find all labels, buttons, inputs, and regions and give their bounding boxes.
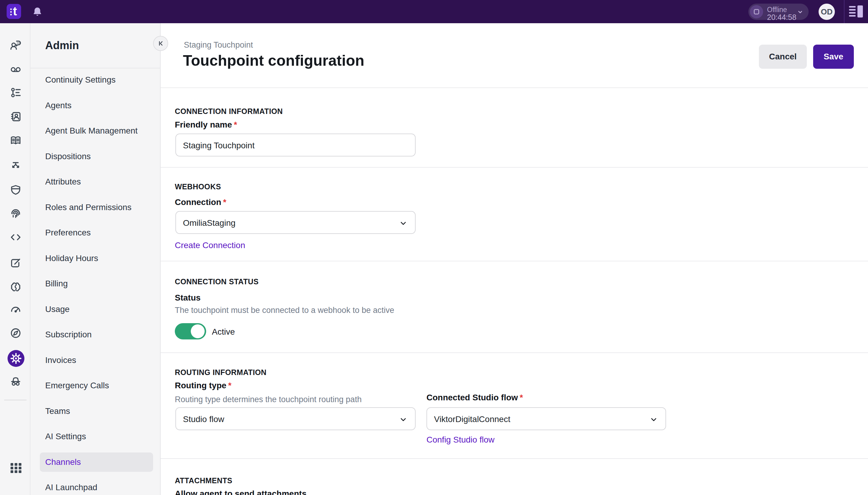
app-root: t Offline 20:44:58 OD [0, 0, 868, 495]
required-marker: * [520, 393, 523, 402]
sidebar-item-emergency-calls[interactable]: Emergency Calls [31, 373, 161, 398]
section-divider [161, 261, 868, 261]
chevron-down-icon [796, 8, 804, 17]
routing-type-label: Routing type* [175, 381, 231, 390]
breadcrumb: Staging Touchpoint [184, 40, 253, 50]
required-marker: * [234, 120, 237, 129]
side-panel-toggle-icon[interactable] [849, 5, 863, 19]
sidebar-menu: Continuity Settings Agents Agent Bulk Ma… [31, 67, 161, 495]
sidebar-item-holiday-hours[interactable]: Holiday Hours [31, 246, 161, 271]
logo-letter: t [13, 4, 17, 18]
topbar-divider [844, 0, 845, 23]
friendly-name-input[interactable]: Staging Touchpoint [175, 134, 416, 156]
workflow-list-icon[interactable] [9, 86, 22, 99]
sidebar-item-roles-and-permissions[interactable]: Roles and Permissions [31, 195, 161, 220]
sidebar-item-agent-bulk-management[interactable]: Agent Bulk Management [31, 118, 161, 144]
required-marker: * [223, 198, 226, 207]
agent-status-selector[interactable]: Offline 20:44:58 [748, 4, 809, 20]
save-button[interactable]: Save [813, 45, 854, 69]
chevron-down-icon [649, 415, 658, 425]
rail-divider [4, 400, 27, 400]
connected-studio-flow-select[interactable]: ViktorDigitalConnect [427, 407, 666, 430]
section-title-routing-information: ROUTING INFORMATION [175, 368, 266, 377]
knowledge-base-icon[interactable] [9, 134, 22, 147]
routing-type-value: Studio flow [183, 414, 224, 424]
compose-icon[interactable] [9, 257, 22, 270]
create-connection-link[interactable]: Create Connection [175, 241, 245, 250]
toggle-state-label: Active [212, 327, 235, 337]
developer-code-icon[interactable] [9, 231, 22, 243]
section-divider [161, 353, 868, 353]
agent-conversations-icon[interactable] [9, 39, 22, 52]
sidebar-item-invoices[interactable]: Invoices [31, 347, 161, 373]
section-divider [161, 458, 868, 459]
sidebar-item-dispositions[interactable]: Dispositions [31, 144, 161, 169]
page-title: Touchpoint configuration [183, 52, 364, 69]
sidebar-item-teams[interactable]: Teams [31, 398, 161, 424]
connection-value: OmiliaStaging [183, 218, 236, 228]
status-label: Status [175, 293, 201, 303]
user-avatar[interactable]: OD [819, 4, 835, 20]
friendly-name-value: Staging Touchpoint [183, 141, 255, 150]
status-toggle[interactable] [175, 323, 206, 339]
connection-select[interactable]: OmiliaStaging [175, 211, 416, 234]
connected-studio-flow-value: ViktorDigitalConnect [434, 414, 510, 424]
required-marker: * [228, 381, 231, 390]
ai-brain-icon[interactable] [9, 281, 22, 293]
friendly-name-label: Friendly name* [175, 120, 237, 130]
connection-label: Connection* [175, 198, 226, 207]
security-shield-icon[interactable] [9, 184, 22, 196]
contacts-icon[interactable] [9, 110, 22, 123]
chevron-down-icon [399, 219, 408, 229]
status-stop-icon [750, 5, 763, 18]
topbar: t Offline 20:44:58 OD [0, 0, 868, 23]
logo-dots-icon [10, 8, 12, 17]
cancel-button[interactable]: Cancel [759, 45, 807, 69]
section-divider [161, 167, 868, 168]
explore-compass-icon[interactable] [9, 327, 22, 339]
status-timer: 20:44:58 [767, 13, 796, 22]
allow-attachments-label: Allow agent to send attachments [175, 489, 307, 495]
sidebar-item-channels[interactable]: Channels [31, 449, 161, 475]
sidebar-title: Admin [45, 39, 79, 52]
sidebar-item-ai-launchpad[interactable]: AI Launchpad [31, 475, 161, 495]
identity-fingerprint-icon[interactable] [9, 208, 22, 220]
icon-rail [0, 23, 31, 495]
sidebar-item-attributes[interactable]: Attributes [31, 169, 161, 195]
toggle-knob [191, 324, 205, 338]
main-content: Staging Touchpoint Touchpoint configurat… [161, 23, 868, 495]
chevron-down-icon [399, 415, 408, 425]
sidebar-item-continuity-settings[interactable]: Continuity Settings [31, 67, 161, 93]
routing-type-description: Routing type determines the touchpoint r… [175, 395, 362, 404]
notifications-bell-icon[interactable] [32, 6, 43, 17]
sidebar-item-ai-settings[interactable]: AI Settings [31, 424, 161, 449]
sidebar-collapse-button[interactable] [153, 36, 168, 51]
settings-gear-icon[interactable] [7, 350, 24, 367]
incognito-icon[interactable] [9, 375, 22, 388]
sidebar-item-billing[interactable]: Billing [31, 271, 161, 297]
admin-sidebar: Admin Continuity Settings Agents Agent B… [31, 23, 161, 495]
section-title-connection-information: CONNECTION INFORMATION [175, 107, 283, 116]
section-title-attachments: ATTACHMENTS [175, 476, 232, 485]
header-actions: Cancel Save [759, 45, 854, 69]
section-divider [161, 87, 868, 88]
status-label: Offline [767, 6, 787, 14]
sidebar-item-subscription[interactable]: Subscription [31, 322, 161, 347]
config-studio-flow-link[interactable]: Config Studio flow [427, 435, 494, 445]
section-title-connection-status: CONNECTION STATUS [175, 277, 259, 286]
sidebar-item-preferences[interactable]: Preferences [31, 220, 161, 246]
app-launcher-icon[interactable] [10, 462, 22, 474]
sidebar-item-agents[interactable]: Agents [31, 93, 161, 118]
voicemail-icon[interactable] [9, 63, 22, 76]
avatar-initials: OD [821, 7, 833, 17]
connected-studio-flow-label: Connected Studio flow* [427, 393, 523, 403]
routing-flows-icon[interactable] [9, 159, 22, 172]
status-description: The touchpoint must be connected to a we… [175, 306, 394, 315]
section-title-webhooks: WEBHOOKS [175, 182, 221, 191]
routing-type-select[interactable]: Studio flow [175, 407, 416, 430]
sidebar-item-usage[interactable]: Usage [31, 297, 161, 322]
dashboard-icon[interactable] [9, 303, 22, 315]
app-logo[interactable]: t [7, 4, 21, 19]
